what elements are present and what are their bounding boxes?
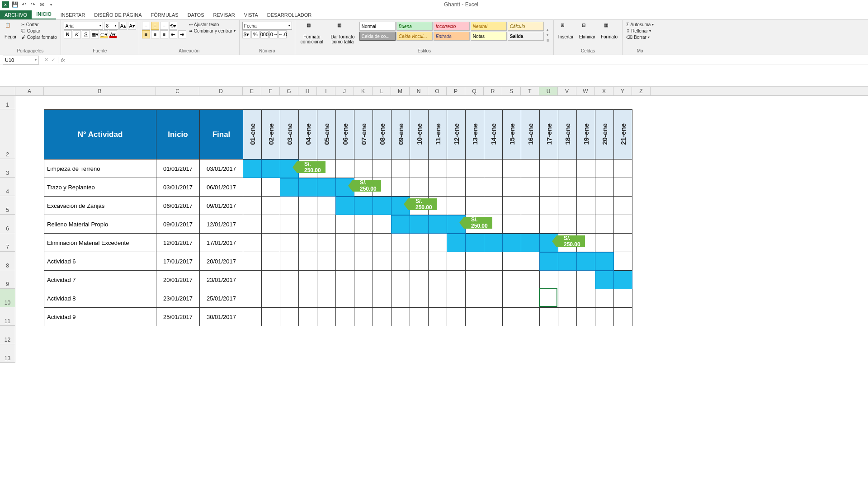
gantt-day-cell[interactable] [521,197,540,215]
gantt-day-cell[interactable] [336,252,354,271]
row-header-2[interactable]: 2 [0,109,15,159]
end-date-cell[interactable]: 09/01/2017 [200,197,243,215]
gantt-day-cell[interactable] [280,289,299,308]
comma-icon[interactable]: 000 [260,30,269,38]
italic-button[interactable]: K [73,30,81,38]
cells-area[interactable]: N° ActividadInicioFinal01-ene02-ene03-en… [15,96,868,363]
gantt-day-cell[interactable] [317,289,336,308]
gantt-day-cell[interactable] [521,289,540,308]
tab-formulas[interactable]: FÓRMULAS [146,10,183,19]
col-header-R[interactable]: R [484,87,502,95]
gantt-day-cell[interactable] [354,271,373,289]
style-note[interactable]: Notas [471,32,507,41]
gantt-day-cell[interactable] [540,215,558,234]
insert-button[interactable]: ⊞Insertar [557,22,576,48]
gantt-day-cell[interactable] [373,308,392,326]
gantt-day-cell[interactable] [429,289,447,308]
gantt-day-cell[interactable] [317,308,336,326]
decrease-indent-icon[interactable]: ⇤ [169,30,177,38]
gantt-day-cell[interactable] [262,234,280,252]
gantt-day-cell[interactable] [336,271,354,289]
col-header-V[interactable]: V [558,87,576,95]
borders-button[interactable]: ▦▾ [91,30,99,38]
gantt-day-cell[interactable] [392,308,410,326]
decrease-decimal-icon[interactable]: ←.0 [278,30,287,38]
gantt-day-cell[interactable] [354,308,373,326]
gantt-day-cell[interactable] [503,252,521,271]
gantt-day-cell[interactable] [521,234,540,252]
row-header-3[interactable]: 3 [0,159,15,178]
gantt-day-cell[interactable] [373,234,392,252]
gantt-day-cell[interactable] [521,160,540,178]
gantt-day-cell[interactable] [429,308,447,326]
gantt-day-cell[interactable] [317,178,336,197]
increase-font-icon[interactable]: A▴ [119,22,127,30]
style-checkcell[interactable]: Celda de co... [359,32,396,41]
gantt-day-cell[interactable] [317,252,336,271]
gantt-day-cell[interactable] [614,197,632,215]
gantt-day-cell[interactable]: S/. 250.00 [410,197,429,215]
gantt-day-cell[interactable] [447,178,466,197]
gantt-day-cell[interactable] [503,197,521,215]
gantt-day-cell[interactable] [392,178,410,197]
gantt-day-cell[interactable] [354,289,373,308]
gantt-day-cell[interactable] [484,271,503,289]
col-header-Q[interactable]: Q [465,87,484,95]
gantt-day-cell[interactable] [336,308,354,326]
fx-label[interactable]: fx [58,57,68,63]
gantt-day-cell[interactable] [484,289,503,308]
gantt-day-cell[interactable] [336,215,354,234]
row-header-12[interactable]: 12 [0,326,15,344]
style-normal[interactable]: Normal [359,22,396,31]
start-date-cell[interactable]: 25/01/2017 [156,308,200,326]
style-input[interactable]: Entrada [434,32,470,41]
gantt-day-cell[interactable] [447,271,466,289]
gantt-day-cell[interactable] [392,160,410,178]
activity-cell[interactable]: Actividad 9 [44,308,156,326]
gantt-day-cell[interactable] [614,178,632,197]
select-all-corner[interactable] [0,87,15,95]
align-right-icon[interactable]: ≡ [160,30,168,38]
align-top-icon[interactable]: ≡ [142,22,150,30]
gantt-day-cell[interactable] [410,289,429,308]
gantt-day-cell[interactable] [354,160,373,178]
font-size-combo[interactable]: 8▾ [104,22,118,30]
bold-button[interactable]: N [64,30,72,38]
gantt-day-cell[interactable] [595,160,614,178]
col-header-K[interactable]: K [354,87,373,95]
activity-cell[interactable]: Excavación de Zanjas [44,197,156,215]
activity-cell[interactable]: Actividad 7 [44,271,156,289]
gantt-day-cell[interactable] [280,197,299,215]
gantt-day-cell[interactable] [503,215,521,234]
gantt-day-cell[interactable] [521,252,540,271]
end-date-cell[interactable]: 25/01/2017 [200,289,243,308]
clear-button[interactable]: ⌫Borrar▾ [625,34,655,40]
gantt-day-cell[interactable] [447,289,466,308]
row-header-1[interactable]: 1 [0,96,15,109]
gantt-day-cell[interactable] [466,234,484,252]
gantt-day-cell[interactable] [262,160,280,178]
gantt-day-cell[interactable] [595,178,614,197]
gantt-day-cell[interactable] [484,197,503,215]
gantt-day-cell[interactable] [299,271,317,289]
activity-cell[interactable]: Relleno Material Propio [44,215,156,234]
end-date-cell[interactable]: 06/01/2017 [200,178,243,197]
start-date-cell[interactable]: 06/01/2017 [156,197,200,215]
gantt-day-cell[interactable] [521,178,540,197]
gantt-day-cell[interactable] [373,215,392,234]
gantt-day-cell[interactable] [540,197,558,215]
gantt-day-cell[interactable] [262,197,280,215]
gantt-day-cell[interactable] [299,178,317,197]
gantt-day-cell[interactable] [466,252,484,271]
customize-qat-icon[interactable]: ▾ [48,1,54,8]
paste-button[interactable]: 📋 Pegar [3,22,19,48]
gantt-day-cell[interactable] [503,178,521,197]
gantt-day-cell[interactable] [373,197,392,215]
col-header-P[interactable]: P [447,87,465,95]
gantt-day-cell[interactable] [429,215,447,234]
start-date-cell[interactable]: 03/01/2017 [156,178,200,197]
undo-icon[interactable]: ↶ [21,1,27,8]
fill-color-button[interactable]: ◌▾ [100,30,108,38]
mail-icon[interactable]: ✉ [39,1,45,8]
gantt-day-cell[interactable] [577,215,595,234]
